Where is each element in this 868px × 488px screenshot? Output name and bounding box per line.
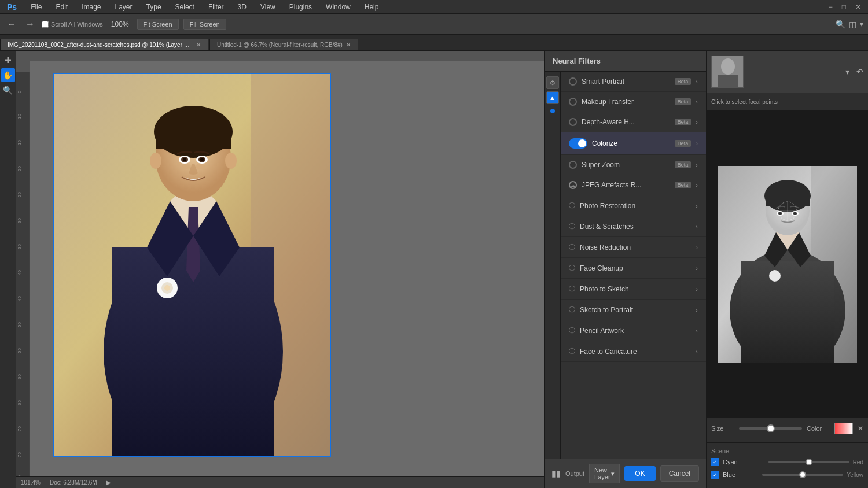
filter-arrow-makeup-transfer[interactable]: › (696, 98, 698, 105)
filter-arrow-super-zoom[interactable]: › (696, 161, 698, 168)
nav-back-button[interactable]: ← (5, 18, 19, 31)
workspace-dropdown-icon[interactable]: ▾ (860, 20, 863, 28)
preview-dropdown-button[interactable]: ▾ (845, 67, 849, 76)
filter-arrow-dust-scratches[interactable]: › (696, 223, 698, 230)
filter-info-photo-to-sketch[interactable]: ⓘ (569, 284, 575, 293)
filter-arrow-photo-restoration[interactable]: › (696, 202, 698, 209)
filter-info-face-to-caricature[interactable]: ⓘ (569, 347, 575, 356)
red-label: Red (853, 459, 863, 465)
menu-3d[interactable]: 3D (236, 2, 249, 12)
fit-screen-button[interactable]: Fit Screen (137, 19, 179, 30)
status-arrow[interactable]: ▶ (106, 479, 111, 486)
canvas-content[interactable] (30, 61, 544, 488)
svg-marker-42 (186, 207, 200, 282)
tab-1[interactable]: IMG_20201108_0002_after-dust-and-scratch… (0, 39, 208, 50)
filter-radio-jpeg-artefacts[interactable]: ☁ (569, 181, 577, 189)
filter-arrow-face-cleanup[interactable]: › (696, 265, 698, 272)
filter-name-depth-aware: Depth-Aware H... (582, 118, 670, 126)
nav-forward-button[interactable]: → (23, 18, 37, 31)
filter-item-depth-aware[interactable]: Depth-Aware H... Beta › (561, 112, 706, 132)
menu-window[interactable]: Window (323, 2, 353, 12)
filter-item-dust-scratches[interactable]: ⓘ Dust & Scratches › (561, 216, 706, 237)
fill-screen-button[interactable]: Fill Screen (183, 19, 226, 30)
filter-item-colorize[interactable]: Colorize Beta › (561, 132, 706, 155)
filter-toggle-colorize[interactable] (569, 138, 587, 149)
search-icon[interactable]: 🔍 (836, 20, 845, 29)
undo-icon[interactable]: ↶ (856, 67, 863, 76)
filter-item-makeup-transfer[interactable]: Makeup Transfer Beta › (561, 92, 706, 112)
window-maximize[interactable]: □ (840, 2, 848, 12)
menu-type[interactable]: Type (144, 2, 164, 12)
filter-item-smart-portrait[interactable]: Smart Portrait Beta › (561, 72, 706, 92)
ok-button[interactable]: OK (624, 466, 655, 481)
cyan-slider-thumb[interactable] (806, 459, 812, 465)
filter-info-photo-restoration[interactable]: ⓘ (569, 201, 575, 210)
filter-item-jpeg-artefacts[interactable]: ☁ JPEG Artefacts R... Beta › (561, 175, 706, 195)
workspace-icon[interactable]: ◫ (849, 20, 856, 29)
filter-item-super-zoom[interactable]: Super Zoom Beta › (561, 155, 706, 175)
filter-info-sketch-to-portrait[interactable]: ⓘ (569, 305, 575, 314)
filter-arrow-noise-reduction[interactable]: › (696, 244, 698, 251)
menu-file[interactable]: File (28, 2, 44, 12)
cyan-slider[interactable] (768, 461, 849, 463)
tab-1-close[interactable]: ✕ (196, 42, 201, 48)
menu-select[interactable]: Select (173, 2, 197, 12)
blue-slider[interactable] (762, 474, 843, 476)
filter-info-dust-scratches[interactable]: ⓘ (569, 222, 575, 231)
filter-arrow-pencil-artwork[interactable]: › (696, 327, 698, 334)
filter-radio-smart-portrait[interactable] (569, 77, 577, 86)
zoom-tool[interactable]: 🔍 (1, 83, 15, 97)
blue-slider-thumb[interactable] (799, 471, 806, 478)
filter-arrow-face-to-caricature[interactable]: › (696, 348, 698, 355)
hand-tool[interactable]: ✋ (1, 68, 15, 82)
filter-radio-depth-aware[interactable] (569, 118, 577, 126)
color-swatch[interactable] (834, 423, 853, 434)
filter-radio-super-zoom[interactable] (569, 161, 577, 169)
filter-item-pencil-artwork[interactable]: ⓘ Pencil Artwork › (561, 320, 706, 341)
tab-2-close[interactable]: ✕ (346, 42, 351, 48)
scroll-all-windows-checkbox[interactable] (42, 21, 49, 28)
preview-controls: Size Color ✕ (707, 417, 868, 442)
window-close[interactable]: ✕ (853, 2, 863, 12)
filter-item-photo-to-sketch[interactable]: ⓘ Photo to Sketch › (561, 279, 706, 300)
filter-info-pencil-artwork[interactable]: ⓘ (569, 326, 575, 335)
menu-edit[interactable]: Edit (53, 2, 70, 12)
cyan-checkbox[interactable]: ✓ (711, 458, 719, 466)
filter-arrow-photo-to-sketch[interactable]: › (696, 286, 698, 293)
color-none-icon[interactable]: ✕ (858, 424, 863, 432)
filter-arrow-depth-aware[interactable]: › (696, 119, 698, 125)
preview-thumbnail[interactable] (711, 56, 744, 88)
tab-2[interactable]: Untitled-1 @ 66.7% (Neural-filter-result… (209, 39, 358, 50)
filter-arrow-smart-portrait[interactable]: › (696, 78, 698, 85)
panel-icon-filters[interactable]: ⚙ (546, 76, 559, 89)
filter-info-face-cleanup[interactable]: ⓘ (569, 264, 575, 272)
filter-item-photo-restoration[interactable]: ⓘ Photo Restoration › (561, 195, 706, 216)
output-dropdown[interactable]: New Layer ▾ (589, 464, 620, 483)
menu-image[interactable]: Image (79, 2, 103, 12)
cancel-button[interactable]: Cancel (660, 465, 699, 482)
filter-badge-makeup-transfer: Beta (675, 98, 692, 105)
svg-point-53 (150, 153, 161, 169)
filter-item-face-cleanup[interactable]: ⓘ Face Cleanup › (561, 258, 706, 279)
menu-plugins[interactable]: Plugins (287, 2, 314, 12)
menu-layer[interactable]: Layer (113, 2, 135, 12)
menu-help[interactable]: Help (362, 2, 381, 12)
filter-item-noise-reduction[interactable]: ⓘ Noise Reduction › (561, 237, 706, 258)
filter-item-sketch-to-portrait[interactable]: ⓘ Sketch to Portrait › (561, 300, 706, 320)
filter-arrow-colorize[interactable]: › (696, 140, 698, 147)
menu-view[interactable]: View (258, 2, 278, 12)
filter-arrow-sketch-to-portrait[interactable]: › (696, 306, 698, 313)
move-tool[interactable]: ✚ (1, 53, 15, 67)
filter-radio-makeup-transfer[interactable] (569, 98, 577, 106)
output-icon[interactable]: ▮▮ (551, 469, 561, 478)
filter-arrow-jpeg-artefacts[interactable]: › (696, 182, 698, 188)
menu-filter[interactable]: Filter (206, 2, 226, 12)
size-slider[interactable] (739, 427, 802, 430)
preview-image-area[interactable] (707, 111, 868, 417)
filter-info-noise-reduction[interactable]: ⓘ (569, 243, 575, 252)
size-slider-thumb[interactable] (767, 424, 775, 432)
panel-icon-beta[interactable]: ▲ (546, 91, 559, 104)
window-minimize[interactable]: − (826, 2, 835, 12)
filter-item-face-to-caricature[interactable]: ⓘ Face to Caricature › (561, 341, 706, 362)
blue-checkbox[interactable]: ✓ (711, 471, 719, 479)
